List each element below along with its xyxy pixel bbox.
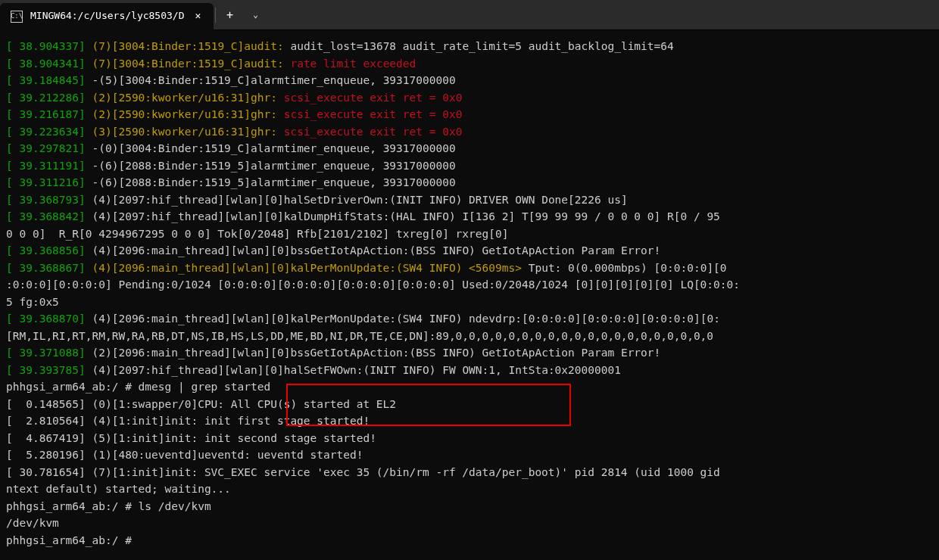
active-tab[interactable]: C:\ MINGW64:/c/Users/lyc8503/D ✕ <box>0 3 214 30</box>
tab-title: MINGW64:/c/Users/lyc8503/D <box>30 8 185 25</box>
new-tab-button[interactable]: + <box>217 3 243 29</box>
close-tab-button[interactable]: ✕ <box>191 9 206 24</box>
title-bar: C:\ MINGW64:/c/Users/lyc8503/D ✕ + ⌄ <box>0 0 939 30</box>
terminal-viewport[interactable]: [ 38.904337] (7)[3004:Binder:1519_C]audi… <box>0 30 939 549</box>
tab-dropdown-button[interactable]: ⌄ <box>243 3 269 29</box>
tab-separator <box>215 8 216 23</box>
terminal-icon: C:\ <box>11 11 23 23</box>
